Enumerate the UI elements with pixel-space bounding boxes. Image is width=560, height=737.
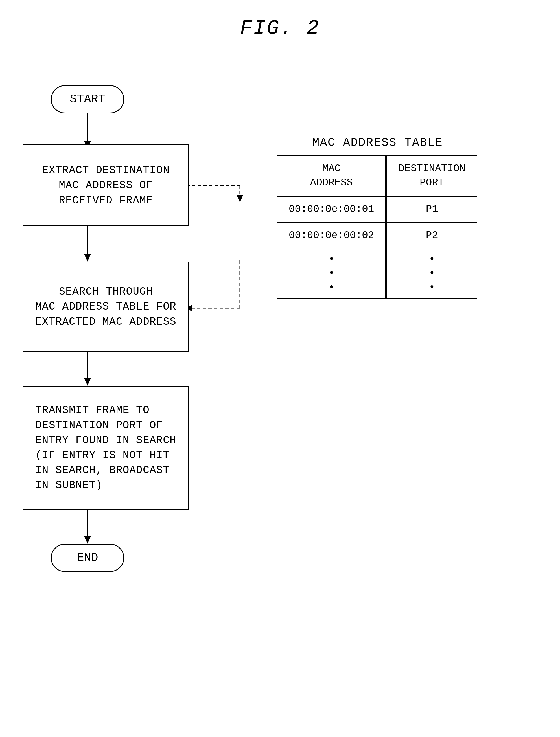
svg-marker-7 — [84, 536, 91, 544]
table-row: • • • • • • — [277, 249, 478, 298]
extract-mac-label: EXTRACT DESTINATION MAC ADDRESS OF RECEI… — [42, 163, 170, 208]
extract-mac-box: EXTRACT DESTINATION MAC ADDRESS OF RECEI… — [23, 145, 189, 226]
mac-cell-dots: • • • — [277, 249, 386, 298]
dest-col-header: DESTINATION PORT — [386, 156, 478, 196]
table-row: 00:00:0e:00:02 P2 — [277, 223, 478, 249]
transmit-frame-label: TRANSMIT FRAME TO DESTINATION PORT OF EN… — [35, 402, 176, 493]
transmit-frame-box: TRANSMIT FRAME TO DESTINATION PORT OF EN… — [23, 386, 189, 510]
port-cell-dots: • • • — [386, 249, 478, 298]
svg-marker-5 — [84, 378, 91, 386]
mac-address-table: MAC ADDRESS TABLE MAC ADDRESS DESTINATIO… — [277, 136, 478, 299]
mac-table-title: MAC ADDRESS TABLE — [277, 136, 478, 150]
search-mac-box: SEARCH THROUGH MAC ADDRESS TABLE FOR EXT… — [23, 262, 189, 352]
svg-marker-3 — [84, 254, 91, 262]
mac-col-header: MAC ADDRESS — [277, 156, 386, 196]
diagram-container: START EXTRACT DESTINATION MAC ADDRESS OF… — [0, 63, 560, 737]
table-row: 00:00:0e:00:01 P1 — [277, 196, 478, 222]
mac-cell-1: 00:00:0e:00:01 — [277, 196, 386, 222]
mac-table-grid: MAC ADDRESS DESTINATION PORT 00:00:0e:00… — [277, 155, 478, 299]
page-title: FIG. 2 — [0, 0, 560, 63]
search-mac-label: SEARCH THROUGH MAC ADDRESS TABLE FOR EXT… — [35, 284, 176, 329]
start-oval: START — [51, 85, 124, 113]
port-cell-1: P1 — [386, 196, 478, 222]
mac-cell-2: 00:00:0e:00:02 — [277, 223, 386, 249]
port-cell-2: P2 — [386, 223, 478, 249]
svg-marker-10 — [237, 195, 243, 202]
end-oval: END — [51, 544, 124, 572]
